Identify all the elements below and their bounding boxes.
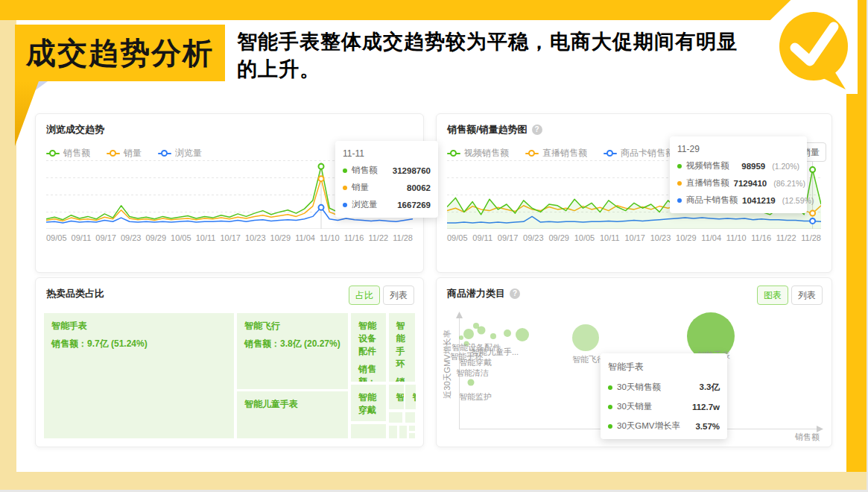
x-tick: 09/23 — [121, 233, 142, 242]
x-tick: 10/11 — [196, 233, 216, 242]
legend-label: 销量 — [124, 147, 142, 160]
legend-label: 浏览量 — [175, 147, 202, 160]
x-tick: 10/23 — [245, 233, 266, 242]
treemap-cell[interactable]: 智能手环销售额： — [388, 312, 416, 382]
series-dot — [343, 203, 347, 207]
x-tick: 11/22 — [368, 233, 388, 242]
x-tick: 09/11 — [472, 233, 492, 242]
treemap-cell[interactable] — [405, 411, 416, 423]
bubble[interactable] — [463, 329, 474, 339]
series-dot — [677, 198, 682, 203]
treemap-cell[interactable] — [408, 432, 416, 439]
treemap-cell[interactable]: 智能穿戴 — [350, 384, 387, 422]
legend-label: 直播销售额 — [542, 147, 587, 160]
help-icon[interactable]: ? — [532, 124, 542, 135]
legend-item[interactable]: 视频销售额 — [447, 147, 509, 160]
treemap-chart[interactable]: 智能手表销售额：9.7亿 (51.24%)智能飞行销售额：3.8亿 (20.27… — [43, 312, 416, 439]
tooltip-row: 销量 80062 — [343, 182, 431, 193]
treemap-cell-label: 智能飞行 — [244, 320, 340, 332]
treemap-cell-label: 智能穿戴 — [358, 391, 378, 417]
legend-item[interactable]: 商品卡销售额 — [604, 147, 674, 160]
treemap-cell[interactable] — [388, 425, 398, 439]
legend-marker-icon — [525, 150, 539, 157]
treemap-cell[interactable] — [399, 425, 408, 439]
bubble[interactable] — [459, 335, 463, 340]
treemap-cell[interactable]: 智 — [405, 384, 416, 411]
x-tick: 09/05 — [447, 233, 468, 242]
panel-title-text: 销售额/销量趋势图 — [447, 123, 528, 136]
x-tick: 11/28 — [801, 233, 821, 242]
toggle-list-button[interactable]: 列表 — [383, 286, 414, 305]
legend-marker-icon — [107, 150, 120, 157]
bubble[interactable] — [473, 323, 479, 329]
legend-item[interactable]: 直播销售额 — [525, 147, 587, 160]
panel-title: 销售额/销量趋势图 ? — [447, 123, 542, 136]
legend-marker-icon — [46, 150, 60, 157]
x-tick: 11/16 — [344, 233, 364, 242]
x-tick: 11/28 — [393, 233, 413, 242]
series-dot — [608, 405, 612, 409]
treemap-cell[interactable]: 智能儿童手表 — [236, 391, 349, 439]
x-tick: 09/29 — [146, 233, 167, 242]
legend-label: 销售额 — [63, 147, 90, 160]
x-tick: 10/23 — [650, 233, 671, 242]
panel-title: 浏览成交趋势 — [46, 123, 104, 136]
x-tick: 10/29 — [676, 233, 697, 242]
tooltip-row: 30天销量 112.7w — [608, 401, 720, 412]
treemap-cell[interactable]: 智能设备配件销售额：1.1亿 — [350, 312, 387, 382]
legend-label: 视频销售额 — [464, 147, 509, 160]
x-tick: 10/17 — [624, 233, 645, 242]
x-tick: 11/16 — [751, 233, 771, 242]
legend-item[interactable]: 浏览量 — [158, 147, 202, 160]
x-tick: 10/05 — [171, 233, 191, 242]
tooltip-row: 30天GMV增长率 3.57% — [608, 420, 720, 432]
legend-label: 商品卡销售额 — [621, 147, 674, 160]
x-tick: 11/04 — [295, 233, 315, 242]
legend-item[interactable]: 销量 — [107, 147, 142, 160]
legend-item[interactable]: 销售额 — [46, 147, 90, 160]
x-tick: 09/05 — [46, 233, 67, 242]
series-dot — [343, 168, 347, 173]
panel-sales-trend: 销售额/销量趋势图 ? 视频销售额直播销售额商品卡销售额 销售额 销量 09/0… — [436, 113, 832, 273]
treemap-cell[interactable]: 智 — [388, 384, 405, 411]
treemap-cell-label: 智能设备配件 — [358, 320, 378, 358]
panel-title-text: 浏览成交趋势 — [46, 123, 104, 136]
tooltip-date: 11-29 — [677, 144, 799, 154]
bubble-label: 智能清洁 — [456, 368, 489, 379]
x-tick: 09/17 — [498, 233, 519, 242]
check-icon — [770, 0, 858, 94]
legend-marker-icon — [447, 150, 460, 157]
tooltip-row: 视频销售额 98959 (1.20%) — [677, 160, 799, 171]
toggle-share-button[interactable]: 占比 — [349, 286, 380, 305]
tooltip-row: 商品卡销售额 1041219 (12.59%) — [677, 195, 799, 206]
chart-tooltip: 11-29 视频销售额 98959 (1.20%) 直播销售额 7129410 … — [670, 136, 807, 213]
series-dot — [608, 385, 612, 390]
treemap-cell[interactable] — [408, 425, 416, 432]
treemap-cell[interactable]: 智能手表销售额：9.7亿 (51.24%) — [43, 312, 235, 439]
treemap-cell[interactable] — [350, 423, 387, 439]
x-axis-labels: 09/0509/1109/1709/2309/2910/0510/1110/17… — [46, 233, 413, 242]
series-dot — [343, 186, 347, 190]
bubble[interactable] — [490, 333, 496, 339]
bubble-label: 智能穿戴 — [459, 357, 492, 368]
treemap-cell-label: 智能手表 — [51, 320, 226, 332]
section-title-badge: 成交趋势分析 — [15, 25, 225, 81]
x-tick: 10/05 — [574, 233, 595, 242]
treemap-cell-value: 销售额：3.8亿 (20.27%) — [244, 338, 340, 350]
panel-potential-category: 商品潜力类目 ? 图表 列表 近30天GMV增长率 销售额 智能设备配件智能儿童… — [436, 277, 832, 447]
bubble[interactable] — [572, 324, 599, 351]
series-dot — [677, 181, 682, 186]
series-dot — [608, 424, 612, 429]
bubble[interactable] — [504, 329, 511, 337]
bubble[interactable] — [468, 379, 475, 386]
x-tick: 10/29 — [270, 233, 291, 242]
treemap-cell-value: 销售额：9.7亿 (51.24%) — [51, 338, 226, 350]
x-tick: 09/23 — [523, 233, 544, 242]
bubble-label: 智能监护 — [459, 391, 492, 403]
chart-tooltip: 11-11 销售额 31298760 销量 80062 浏览量 1667269 — [335, 141, 438, 218]
treemap-cell-value: 销售额： — [396, 376, 408, 382]
chart-tooltip: 智能手表 30天销售额 3.3亿 30天销量 112.7w 30天GMV增长率 … — [601, 353, 727, 439]
bubble[interactable] — [516, 328, 529, 341]
treemap-cell[interactable] — [388, 411, 403, 423]
treemap-cell[interactable]: 智能飞行销售额：3.8亿 (20.27%) — [236, 312, 349, 390]
